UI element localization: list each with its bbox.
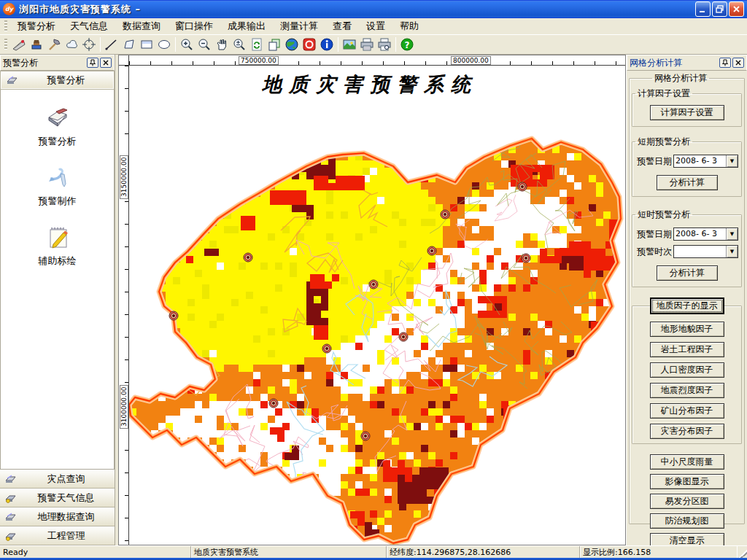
right-panel: 网格分析计算 网格分析计算 计算因子设置 计算因子设置 短期预警分析 预警日期: [626, 55, 747, 545]
warning-date-combo[interactable]: 2008- 6- 3 ▼: [673, 155, 738, 168]
accordion-geo-data-query[interactable]: 地理数据查询: [0, 508, 115, 526]
info-button[interactable]: [318, 36, 336, 52]
hammer-tool-button[interactable]: [45, 36, 63, 52]
close-icon: [102, 59, 109, 66]
left-panel-close-button[interactable]: [100, 58, 112, 68]
menu-view[interactable]: 查看: [325, 18, 359, 34]
draw-polygon-button[interactable]: [120, 36, 138, 52]
seismic-factor-button[interactable]: 地震烈度因子: [650, 383, 724, 398]
geotech-factor-button[interactable]: 岩土工程因子: [650, 342, 724, 357]
accordion-project-management[interactable]: 工程管理: [0, 526, 115, 545]
refresh-view-button[interactable]: [248, 36, 266, 52]
right-panel-close-button[interactable]: [732, 58, 744, 68]
pan-hand-button[interactable]: [213, 36, 231, 52]
menu-weather-info[interactable]: 天气信息: [63, 18, 115, 34]
disaster-factor-button[interactable]: 灾害分布因子: [650, 424, 724, 439]
warning-time-label: 预警时次: [635, 246, 673, 258]
accordion-header-warning-analysis[interactable]: 预警分析: [1, 71, 114, 89]
tool-bar: ?: [0, 35, 747, 55]
warning-time-combo[interactable]: ▼: [673, 245, 738, 258]
pin-button[interactable]: [87, 58, 98, 68]
map-title: 地质灾害预警系统: [129, 71, 611, 98]
restore-button[interactable]: [712, 1, 727, 17]
zoom-extent-icon: [232, 37, 247, 52]
paint-brush-icon: [29, 37, 44, 52]
dropdown-arrow-icon[interactable]: ▼: [726, 246, 738, 257]
calc-factor-settings-button[interactable]: 计算因子设置: [650, 105, 724, 120]
plotter-icon: [4, 474, 18, 484]
resize-grip[interactable]: [737, 546, 747, 558]
menu-help[interactable]: 帮助: [392, 18, 426, 34]
menu-data-query[interactable]: 数据查询: [115, 18, 168, 34]
menubar-grip[interactable]: [4, 20, 7, 32]
accordion-disaster-point-query[interactable]: 灾点查询: [0, 470, 115, 489]
paint-brush-button[interactable]: [28, 36, 45, 52]
accordion-header-label: 预警分析: [19, 74, 113, 87]
terrain-factor-button[interactable]: 地形地貌因子: [650, 322, 724, 337]
menu-settings[interactable]: 设置: [359, 18, 392, 34]
zoom-in-button[interactable]: [178, 36, 196, 52]
pin-button[interactable]: [719, 58, 731, 68]
print-preview-button[interactable]: [376, 36, 393, 52]
vertical-ruler: 3150000.00 3100000.00: [119, 66, 129, 545]
dropdown-arrow-icon[interactable]: ▼: [726, 228, 738, 240]
pin-icon: [89, 59, 96, 66]
draw-line-button[interactable]: [103, 36, 120, 52]
image-export-button[interactable]: [341, 36, 358, 52]
globe-view-button[interactable]: [283, 36, 301, 52]
svg-text:?: ?: [405, 40, 410, 50]
help-button[interactable]: ?: [398, 36, 416, 52]
app-window: dy 浏阳市地质灾害预警系统 – 预警分析 天气信息 数据查询 窗口操作 成果输…: [0, 0, 747, 560]
warning-date-combo[interactable]: 2008- 6- 3 ▼: [673, 228, 738, 241]
short-term-analyze-button[interactable]: 分析计算: [657, 175, 718, 190]
plotter-icon: [6, 75, 19, 85]
geo-factor-display-button[interactable]: 地质因子的显示: [650, 298, 724, 314]
rainfall-button[interactable]: 中小尺度雨量: [650, 454, 724, 470]
warning-date-label: 预警日期: [635, 228, 673, 241]
susceptibility-map-button[interactable]: 易发分区图: [650, 494, 724, 509]
zoom-out-button[interactable]: [196, 36, 213, 52]
prevention-plan-button[interactable]: 防治规划图: [650, 513, 724, 529]
hazard-map[interactable]: [129, 66, 624, 545]
group-title: 计算因子设置: [635, 88, 692, 100]
workspace: 预警分析 预警分析 预警分析 预警制作 辅助标绘: [0, 55, 747, 545]
horizontal-ruler: 750000.00 800000.00: [129, 55, 625, 66]
map-canvas[interactable]: 地质灾害预警系统: [129, 66, 625, 545]
map-document: 750000.00 800000.00 3150000.00 3100000.0…: [118, 55, 626, 545]
dropdown-arrow-icon[interactable]: ▼: [726, 155, 738, 167]
zoom-extent-button[interactable]: [231, 36, 248, 52]
measure-tool-button[interactable]: [10, 36, 28, 52]
clear-display-button[interactable]: 清空显示: [650, 533, 724, 545]
image-export-icon: [342, 37, 357, 52]
crosshair-locate-button[interactable]: [80, 36, 98, 52]
menu-result-output[interactable]: 成果输出: [220, 18, 273, 34]
menu-warning-analysis[interactable]: 预警分析: [10, 18, 63, 34]
ruler-corner: [119, 55, 129, 66]
close-button[interactable]: [729, 1, 744, 17]
close-icon: [732, 5, 740, 13]
population-factor-button[interactable]: 人口密度因子: [650, 362, 724, 378]
item-warning-analysis[interactable]: 预警分析: [39, 106, 77, 148]
minimize-button[interactable]: [695, 1, 711, 17]
draw-ellipse-button[interactable]: [155, 36, 173, 52]
print-button[interactable]: [358, 36, 376, 52]
draw-rectangle-button[interactable]: [138, 36, 155, 52]
copy-view-button[interactable]: [266, 36, 283, 52]
left-panel-title: 预警分析: [3, 57, 85, 69]
cloud-draw-button[interactable]: [63, 36, 80, 52]
menu-measure-calc[interactable]: 测量计算: [273, 18, 325, 34]
item-aux-plot[interactable]: 辅助标绘: [39, 224, 77, 268]
status-scale: 显示比例:166.158: [580, 546, 737, 558]
toolbar-separator: [395, 37, 396, 52]
crosshair-locate-icon: [82, 37, 96, 52]
menu-window-ops[interactable]: 窗口操作: [168, 18, 220, 34]
mine-factor-button[interactable]: 矿山分布因子: [650, 403, 724, 419]
immediate-analyze-button[interactable]: 分析计算: [657, 265, 718, 281]
toolbar-grip[interactable]: [4, 39, 7, 50]
grid-analysis-groupbox: 网格分析计算 计算因子设置 计算因子设置 短期预警分析 预警日期 2008- 6…: [629, 72, 745, 524]
imagery-display-button[interactable]: 影像图显示: [650, 474, 724, 489]
stop-action-button[interactable]: [301, 36, 318, 52]
short-term-groupbox: 短期预警分析 预警日期 2008- 6- 3 ▼ 分析计算: [632, 136, 742, 197]
accordion-warning-weather-info[interactable]: 预警天气信息: [0, 489, 115, 508]
item-warning-produce[interactable]: 预警制作: [39, 164, 77, 208]
